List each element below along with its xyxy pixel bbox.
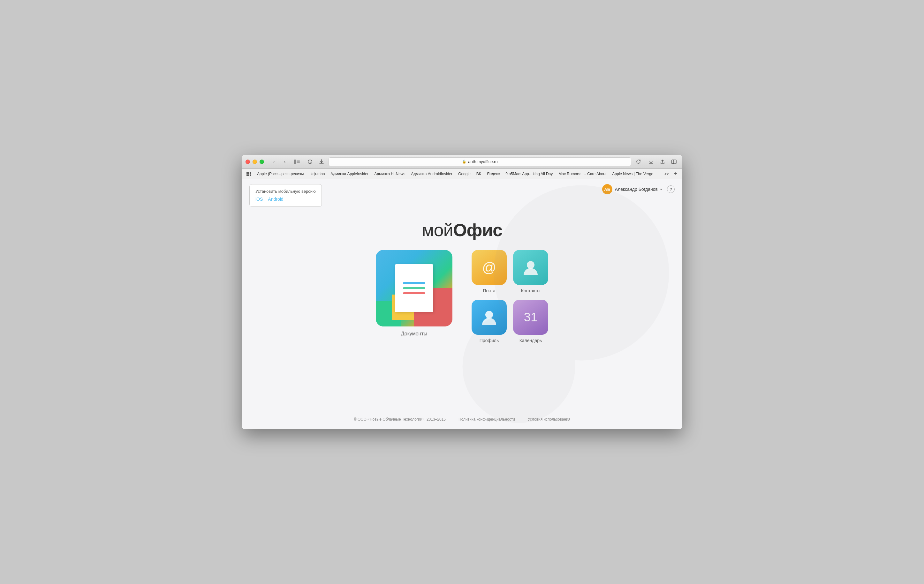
url-text: auth.myoffice.ru (468, 159, 497, 164)
help-button[interactable]: ? (667, 186, 675, 193)
profile-app-icon[interactable]: Профиль (472, 299, 507, 343)
download-icon[interactable] (317, 157, 326, 166)
doc-line-red (403, 292, 425, 294)
contacts-label: Контакты (521, 288, 540, 293)
ios-link[interactable]: iOS (256, 196, 263, 202)
user-dropdown-arrow: ▾ (660, 188, 662, 191)
svg-point-19 (485, 311, 493, 319)
mail-icon-img: @ (472, 250, 507, 285)
svg-rect-8 (248, 172, 249, 173)
logo-area: мойОфис (242, 207, 682, 250)
doc-line-blue (403, 282, 425, 284)
minimize-button[interactable] (252, 160, 257, 164)
svg-rect-14 (248, 175, 249, 176)
mobile-install-links: iOS Android (256, 196, 316, 202)
svg-rect-15 (250, 175, 251, 176)
logo-text: мойОфис (422, 220, 502, 240)
bookmark-item[interactable]: 9to5Mac: App…king All Day (503, 171, 555, 177)
logo-bold: Офис (453, 220, 502, 240)
calendar-label: Календарь (520, 338, 542, 343)
svg-rect-13 (246, 175, 248, 176)
privacy-link[interactable]: Политика конфиденциальности (459, 417, 515, 421)
small-app-row-top: @ Почта Контакты (472, 250, 548, 293)
bookmark-item[interactable]: Apple (Росс…ресс-релизы (254, 171, 306, 177)
bookmark-item[interactable]: Apple News | The Verge (609, 171, 656, 177)
address-bar-area: 🔒 auth.myoffice.ru (305, 157, 643, 166)
share-icon[interactable] (658, 157, 667, 166)
toolbar-right (647, 157, 678, 166)
refresh-button[interactable] (634, 157, 643, 166)
profile-label: Профиль (480, 338, 499, 343)
apps-grid: Документы @ Почта (242, 250, 682, 343)
page-footer: © ООО «Новые Облачные Технологии», 2013–… (242, 410, 682, 429)
mail-app-icon[interactable]: @ Почта (472, 250, 507, 293)
profile-icon-img (472, 299, 507, 335)
bookmarks-overflow: >> + (663, 170, 679, 178)
overflow-button[interactable]: >> (663, 171, 671, 177)
svg-rect-3 (297, 163, 300, 163)
maximize-button[interactable] (259, 160, 264, 164)
small-apps-group: @ Почта Контакты (472, 250, 548, 343)
contacts-app-icon[interactable]: Контакты (513, 250, 548, 293)
svg-rect-11 (248, 173, 249, 174)
user-area[interactable]: АБ Александр Богданов ▾ ? (602, 184, 675, 194)
terms-link[interactable]: Условия использования (528, 417, 570, 421)
address-bar[interactable]: 🔒 auth.myoffice.ru (328, 157, 631, 166)
nav-buttons: ‹ › (269, 158, 290, 166)
close-button[interactable] (246, 160, 250, 164)
documents-label: Документы (401, 331, 427, 337)
new-tab-icon[interactable] (670, 157, 678, 166)
svg-rect-5 (672, 160, 676, 164)
back-button[interactable]: ‹ (269, 158, 279, 166)
doc-line-green (403, 287, 425, 289)
svg-rect-12 (250, 173, 251, 174)
svg-rect-6 (672, 160, 674, 164)
bookmark-item[interactable]: Админка AndroidInsider (409, 171, 455, 177)
at-symbol: @ (482, 260, 497, 275)
small-app-row-bottom: Профиль 31 Календарь (472, 299, 548, 343)
contacts-icon-img (513, 250, 548, 285)
user-avatar: АБ (602, 184, 612, 194)
android-link[interactable]: Android (268, 196, 283, 202)
user-name: Александр Богданов (615, 187, 658, 192)
svg-rect-0 (294, 160, 296, 164)
logo-thin: мой (422, 220, 453, 240)
svg-rect-1 (297, 161, 300, 161)
add-bookmark-button[interactable]: + (672, 170, 679, 178)
bookmarks-bar: Apple (Росс…ресс-релизы picjumbo Админка… (242, 169, 682, 179)
mail-label: Почта (483, 288, 495, 293)
mobile-install-box: Установить мобильную версию iOS Android (249, 184, 322, 207)
calendar-icon-img: 31 (513, 299, 548, 335)
page-content: Установить мобильную версию iOS Android … (242, 179, 682, 429)
bookmark-item[interactable]: Mac Rumors: … Care About (556, 171, 609, 177)
doc-paper (395, 264, 433, 312)
lock-icon: 🔒 (462, 160, 467, 164)
bookmark-item[interactable]: ВК (474, 171, 484, 177)
sidebar-toggle[interactable] (292, 158, 302, 166)
bookmark-item[interactable]: Админка AppleInsider (328, 171, 371, 177)
bookmark-item[interactable]: Админка Hi-News (372, 171, 408, 177)
calendar-app-icon[interactable]: 31 Календарь (513, 299, 548, 343)
bookmark-item[interactable]: Google (455, 171, 473, 177)
calendar-number: 31 (524, 311, 537, 324)
page-topbar: Установить мобильную версию iOS Android … (242, 179, 682, 207)
svg-rect-10 (246, 173, 248, 174)
download-manager-icon[interactable] (647, 157, 655, 166)
bookmark-item[interactable]: Яндекс (484, 171, 502, 177)
documents-app-icon[interactable]: Документы (376, 250, 452, 337)
documents-icon-img (376, 250, 452, 326)
svg-rect-9 (250, 172, 251, 173)
bookmark-item[interactable]: picjumbo (307, 171, 327, 177)
svg-rect-7 (246, 172, 248, 173)
copyright-text: © ООО «Новые Облачные Технологии», 2013–… (354, 417, 446, 421)
forward-button[interactable]: › (280, 158, 290, 166)
mac-window: ‹ › 🔒 (242, 155, 682, 429)
apps-grid-icon[interactable] (245, 170, 252, 178)
svg-point-18 (527, 261, 535, 269)
traffic-lights (246, 160, 264, 164)
mobile-install-prompt: Установить мобильную версию (256, 188, 316, 195)
title-bar: ‹ › 🔒 (242, 155, 682, 169)
svg-rect-2 (297, 161, 300, 162)
web-history-icon[interactable] (305, 157, 315, 166)
